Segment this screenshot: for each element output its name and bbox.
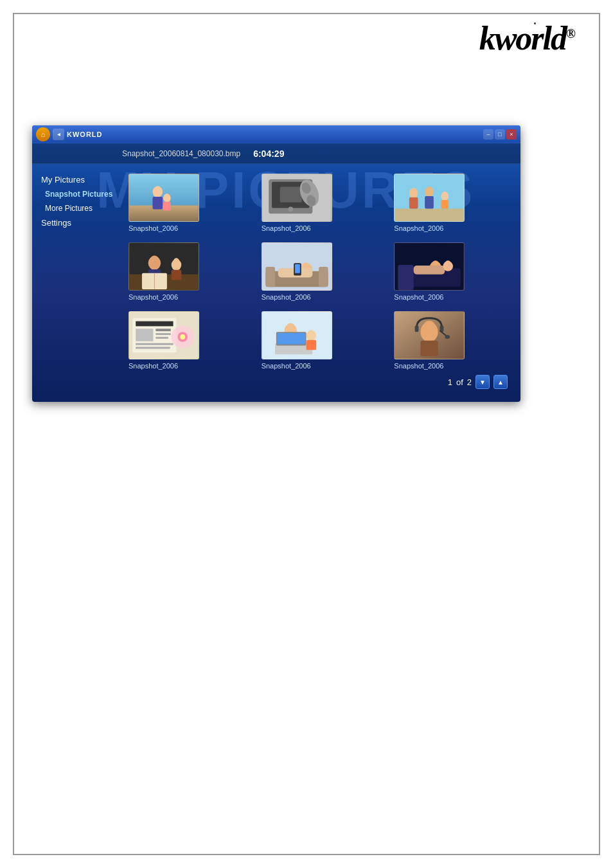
gallery-area: Snapshot_2006	[122, 164, 520, 402]
svg-point-79	[423, 321, 436, 334]
pagination-bar: 1 of 2 ▼ ▲	[129, 375, 514, 389]
home-button[interactable]: ⌂	[36, 127, 50, 141]
photo-item-8[interactable]: Snapshot_2006	[262, 311, 382, 370]
sidebar-item-more-pictures[interactable]: More Pictures	[39, 203, 116, 214]
svg-rect-61	[136, 343, 173, 345]
photo-label-5: Snapshot_2006	[262, 293, 311, 301]
logo-registered: ®	[566, 26, 574, 41]
photo-thumb-7[interactable]	[129, 311, 199, 359]
page-total: 2	[467, 377, 472, 387]
photo-thumb-5[interactable]	[262, 242, 332, 291]
photo-item-6[interactable]: Snapshot_2006	[394, 242, 514, 301]
svg-rect-56	[136, 321, 173, 327]
photo-label-8: Snapshot_2006	[262, 362, 311, 370]
photo-thumb-8[interactable]	[262, 311, 332, 359]
svg-rect-57	[136, 329, 153, 341]
app-window: ⌂ ◂ KWORLD – □ × Snapshot_20060814_08003…	[32, 125, 520, 402]
svg-rect-58	[155, 329, 170, 331]
header-bar: Snapshot_20060814_080030.bmp 6:04:29	[32, 143, 520, 164]
svg-point-20	[411, 188, 417, 194]
svg-point-74	[308, 330, 314, 336]
photo-item-9[interactable]: Snapshot_2006	[394, 311, 514, 370]
photo-label-2: Snapshot_2006	[262, 224, 311, 232]
svg-rect-6	[163, 202, 171, 211]
svg-rect-17	[395, 209, 464, 221]
svg-rect-36	[172, 270, 182, 280]
svg-point-12	[288, 207, 293, 212]
photo-item-7[interactable]: Snapshot_2006	[129, 311, 249, 370]
svg-rect-22	[425, 196, 434, 208]
svg-rect-59	[155, 333, 170, 335]
photo-label-7: Snapshot_2006	[129, 362, 178, 370]
photo-item-4[interactable]: Snapshot_2006	[129, 242, 249, 301]
photo-label-3: Snapshot_2006	[394, 224, 443, 232]
logo-text: kwor·ld®	[479, 20, 574, 57]
photo-label-9: Snapshot_2006	[394, 362, 443, 370]
photo-thumb-6[interactable]	[394, 242, 465, 291]
svg-point-26	[443, 192, 448, 197]
svg-point-65	[180, 334, 185, 339]
time-display: 6:04:29	[253, 149, 284, 159]
svg-rect-45	[295, 264, 300, 273]
sidebar-item-snapshot-pictures[interactable]: Snapshot Pictures	[39, 188, 116, 200]
title-bar-controls: – □ ×	[483, 129, 517, 140]
svg-point-68	[286, 323, 295, 332]
svg-rect-48	[398, 265, 414, 290]
photo-thumb-3[interactable]	[394, 174, 465, 222]
svg-rect-75	[306, 340, 316, 350]
sidebar: My Pictures Snapshot Pictures More Pictu…	[32, 164, 122, 402]
sidebar-item-my-pictures[interactable]: My Pictures	[39, 174, 116, 186]
kworld-logo: kwor·ld®	[479, 19, 574, 57]
svg-rect-0	[129, 174, 198, 206]
minimize-button[interactable]: –	[483, 129, 493, 140]
svg-point-4	[154, 186, 161, 192]
photo-item-1[interactable]: Snapshot_2006	[129, 174, 249, 232]
photo-thumb-2[interactable]	[262, 174, 332, 222]
close-button[interactable]: ×	[506, 129, 517, 140]
page-next-button[interactable]: ▲	[493, 375, 508, 389]
photo-item-3[interactable]: Snapshot_2006	[394, 174, 514, 232]
svg-point-30	[150, 255, 159, 264]
svg-rect-11	[280, 186, 301, 202]
svg-rect-19	[409, 197, 418, 209]
svg-rect-3	[152, 197, 163, 209]
sidebar-item-settings[interactable]: Settings	[39, 217, 116, 229]
svg-rect-51	[414, 266, 445, 275]
svg-point-84	[445, 335, 450, 339]
svg-rect-80	[421, 341, 438, 356]
page-prev-button[interactable]: ▼	[475, 375, 490, 389]
back-button[interactable]: ◂	[53, 129, 64, 140]
photo-label-6: Snapshot_2006	[394, 293, 443, 301]
page-separator: of	[456, 377, 463, 387]
photo-item-5[interactable]: Snapshot_2006	[262, 242, 382, 301]
filename-display: Snapshot_20060814_080030.bmp	[122, 149, 240, 158]
title-bar-left: ⌂ ◂ KWORLD	[36, 127, 103, 141]
photo-grid: Snapshot_2006	[129, 174, 514, 370]
svg-rect-60	[155, 337, 168, 339]
svg-point-23	[426, 186, 432, 193]
photo-thumb-4[interactable]	[129, 242, 199, 291]
photo-label-4: Snapshot_2006	[129, 293, 178, 301]
svg-rect-39	[265, 267, 275, 287]
svg-point-53	[445, 260, 452, 267]
photo-item-2[interactable]: Snapshot_2006	[262, 174, 382, 232]
svg-point-35	[173, 258, 180, 266]
svg-rect-72	[277, 333, 305, 345]
svg-point-7	[164, 194, 170, 199]
main-content: My Pictures Snapshot Pictures More Pictu…	[32, 164, 520, 402]
maximize-button[interactable]: □	[495, 129, 505, 140]
photo-thumb-1[interactable]	[129, 174, 199, 222]
photo-thumb-9[interactable]	[394, 311, 465, 359]
app-title: KWORLD	[67, 131, 103, 138]
page-current: 1	[448, 377, 452, 387]
title-bar: ⌂ ◂ KWORLD – □ ×	[32, 125, 520, 143]
svg-rect-40	[319, 267, 328, 287]
svg-rect-25	[441, 200, 449, 209]
svg-rect-81	[415, 325, 419, 332]
svg-rect-62	[136, 347, 170, 349]
photo-label-1: Snapshot_2006	[129, 224, 178, 232]
